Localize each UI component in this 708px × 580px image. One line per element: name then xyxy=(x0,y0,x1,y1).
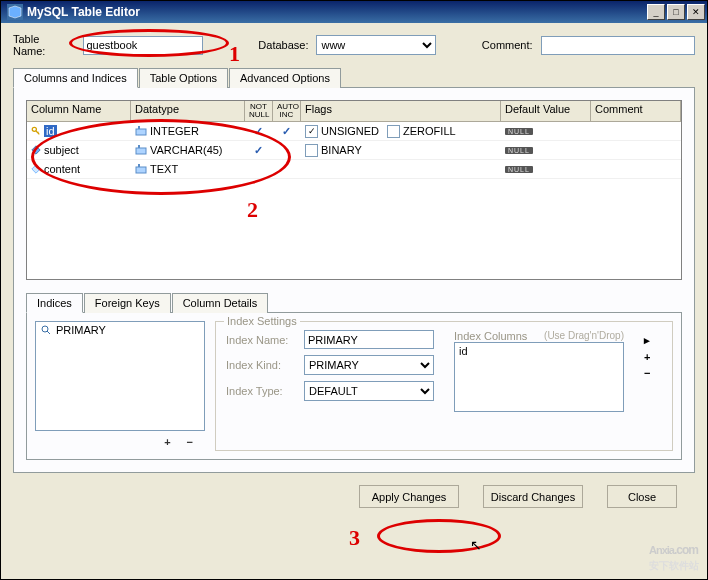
svg-rect-5 xyxy=(138,145,140,148)
datatype-icon xyxy=(135,163,147,175)
default-null-badge: NULL xyxy=(505,128,533,135)
col-name-cell[interactable]: content xyxy=(44,163,80,175)
tab-columns-indices[interactable]: Columns and Indices xyxy=(13,68,138,88)
svg-rect-3 xyxy=(138,126,140,129)
index-col-remove[interactable]: − xyxy=(644,367,650,379)
index-name-input[interactable] xyxy=(304,330,434,349)
annotation-number-3: 3 xyxy=(349,525,360,551)
header-column-name[interactable]: Column Name xyxy=(27,101,131,121)
bottom-buttons: Apply Changes Discard Changes Close xyxy=(13,473,695,514)
close-button[interactable]: ✕ xyxy=(687,4,705,20)
table-name-input[interactable] xyxy=(83,36,203,55)
lower-panel: PRIMARY + − Index Settings Index Name: I… xyxy=(26,313,682,460)
window-buttons: _ □ ✕ xyxy=(647,4,705,20)
index-list[interactable]: PRIMARY xyxy=(35,321,205,431)
autoinc-check[interactable]: ✓ xyxy=(282,125,291,138)
header-comment[interactable]: Comment xyxy=(591,101,681,121)
svg-rect-7 xyxy=(138,164,140,167)
datatype-cell[interactable]: INTEGER xyxy=(150,125,199,137)
apply-changes-button[interactable]: Apply Changes xyxy=(359,485,459,508)
datatype-icon xyxy=(135,144,147,156)
index-kind-label: Index Kind: xyxy=(226,359,296,371)
minimize-button[interactable]: _ xyxy=(647,4,665,20)
window-title: MySQL Table Editor xyxy=(27,5,647,19)
svg-rect-2 xyxy=(136,129,146,135)
index-item-primary[interactable]: PRIMARY xyxy=(36,322,204,338)
flag-unsigned[interactable]: UNSIGNED xyxy=(305,125,379,138)
index-list-wrap: PRIMARY + − xyxy=(35,321,205,451)
window-root: MySQL Table Editor _ □ ✕ Table Name: Dat… xyxy=(0,0,708,580)
header-datatype[interactable]: Datatype xyxy=(131,101,245,121)
datatype-cell[interactable]: TEXT xyxy=(150,163,178,175)
tab-advanced-options[interactable]: Advanced Options xyxy=(229,68,341,88)
index-columns-hint: (Use Drag'n'Drop) xyxy=(544,330,624,342)
datatype-icon xyxy=(135,125,147,137)
database-label: Database: xyxy=(258,39,308,51)
key-icon xyxy=(31,126,41,136)
main-tabs: Columns and Indices Table Options Advanc… xyxy=(13,67,695,88)
maximize-button[interactable]: □ xyxy=(667,4,685,20)
index-name-label: Index Name: xyxy=(226,334,296,346)
content-area: Table Name: Database: www Comment: Colum… xyxy=(1,23,707,524)
header-default[interactable]: Default Value xyxy=(501,101,591,121)
svg-rect-6 xyxy=(136,167,146,173)
table-row[interactable]: content TEXT NULL xyxy=(27,160,681,179)
comment-label: Comment: xyxy=(482,39,533,51)
main-tabpanel: Column Name Datatype NOT NULL AUTO INC F… xyxy=(13,88,695,473)
tab-table-options[interactable]: Table Options xyxy=(139,68,228,88)
col-name-cell[interactable]: id xyxy=(44,125,57,137)
discard-changes-button[interactable]: Discard Changes xyxy=(483,485,583,508)
notnull-check[interactable]: ✓ xyxy=(254,144,263,157)
titlebar: MySQL Table Editor _ □ ✕ xyxy=(1,1,707,23)
notnull-check[interactable]: ✓ xyxy=(254,125,263,138)
top-row: Table Name: Database: www Comment: xyxy=(13,33,695,57)
tab-indices[interactable]: Indices xyxy=(26,293,83,313)
index-kind-select[interactable]: PRIMARY xyxy=(304,355,434,375)
tab-column-details[interactable]: Column Details xyxy=(172,293,269,313)
header-notnull[interactable]: NOT NULL xyxy=(245,101,273,121)
default-null-badge: NULL xyxy=(505,166,533,173)
col-name-cell[interactable]: subject xyxy=(44,144,79,156)
app-icon xyxy=(7,4,23,20)
index-col-add[interactable]: + xyxy=(644,351,650,363)
index-col-item[interactable]: id xyxy=(459,345,619,357)
diamond-icon xyxy=(31,145,41,155)
default-null-badge: NULL xyxy=(505,147,533,154)
svg-point-1 xyxy=(32,127,36,131)
mouse-cursor: ↖ xyxy=(470,537,482,553)
tab-foreign-keys[interactable]: Foreign Keys xyxy=(84,293,171,313)
database-select[interactable]: www xyxy=(316,35,436,55)
comment-input[interactable] xyxy=(541,36,695,55)
annotation-circle-3 xyxy=(377,519,501,553)
table-name-label: Table Name: xyxy=(13,33,75,57)
index-type-label: Index Type: xyxy=(226,385,296,397)
datatype-cell[interactable]: VARCHAR(45) xyxy=(150,144,223,156)
index-columns-list[interactable]: id xyxy=(454,342,624,412)
grid-header: Column Name Datatype NOT NULL AUTO INC F… xyxy=(27,101,681,122)
flag-binary[interactable]: BINARY xyxy=(305,144,362,157)
index-add-button[interactable]: + xyxy=(164,436,176,448)
table-row[interactable]: subject VARCHAR(45) ✓ BINARY NULL xyxy=(27,141,681,160)
diamond-icon xyxy=(31,164,41,174)
index-type-select[interactable]: DEFAULT xyxy=(304,381,434,401)
columns-grid: Column Name Datatype NOT NULL AUTO INC F… xyxy=(26,100,682,280)
index-columns-label: Index Columns xyxy=(454,330,527,342)
index-settings-legend: Index Settings xyxy=(224,315,300,327)
header-autoinc[interactable]: AUTO INC xyxy=(273,101,301,121)
header-flags[interactable]: Flags xyxy=(301,101,501,121)
lower-tabs: Indices Foreign Keys Column Details xyxy=(26,292,682,313)
table-row[interactable]: id INTEGER ✓ ✓ UNSIGNED ZEROFILL NULL xyxy=(27,122,681,141)
index-remove-button[interactable]: − xyxy=(187,436,199,448)
svg-rect-4 xyxy=(136,148,146,154)
flag-zerofill[interactable]: ZEROFILL xyxy=(387,125,456,138)
close-dialog-button[interactable]: Close xyxy=(607,485,677,508)
watermark: Anxia.com 安下软件站 xyxy=(649,536,699,573)
index-settings-fieldset: Index Settings Index Name: Index Kind: P… xyxy=(215,321,673,451)
magnifier-icon xyxy=(40,324,52,336)
index-col-up[interactable]: ▸ xyxy=(644,334,650,347)
